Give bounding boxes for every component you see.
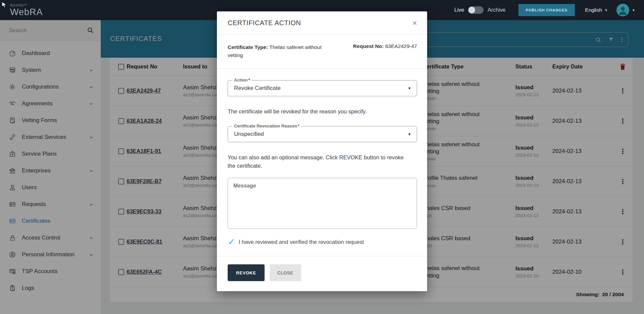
revocation-reason-label: Certificate Revocation Reason* [232, 123, 301, 128]
toggle-knob [468, 7, 475, 13]
action-helper-text: The certificate will be revoked for the … [228, 107, 417, 116]
brand-logo: Ascertia™ WebRA [10, 4, 43, 17]
certificate-action-modal: CERTIFICATE ACTION × Certificate Type: T… [217, 11, 427, 291]
brand-webra: WebRA [10, 8, 43, 17]
action-select-value: Revoke Certificate [234, 85, 281, 92]
chevron-down-icon: ▼ [604, 8, 608, 12]
publish-changes-button[interactable]: PUBLISH CHANGES [518, 4, 575, 16]
language-dropdown[interactable]: English ▼ [585, 7, 608, 13]
certificate-type-label: Certificate Type: [228, 44, 268, 50]
live-archive-toggle[interactable] [468, 6, 484, 14]
avatar [616, 4, 629, 16]
revocation-reason-select[interactable]: Certificate Revocation Reason* Unspecifi… [228, 126, 417, 142]
confirm-checkbox[interactable]: ✓ I have reviewed and verified the revoc… [228, 239, 417, 245]
certificate-type-info: Certificate Type: Thelas safenet without… [228, 43, 328, 59]
chevron-down-icon: ▼ [632, 8, 635, 12]
chevron-down-icon: ▼ [408, 132, 411, 136]
action-select[interactable]: Action* Revoke Certificate ▼ [228, 80, 417, 96]
user-menu[interactable]: ▼ [616, 4, 635, 16]
message-helper-text: You can also add an optional message. Cl… [228, 153, 406, 170]
close-button[interactable]: CLOSE [270, 264, 301, 281]
close-icon[interactable]: × [412, 19, 417, 27]
request-no-info: Request No: 63EA2429-47 [353, 43, 417, 59]
modal-info-row: Certificate Type: Thelas safenet without… [217, 35, 427, 69]
live-label: Live [454, 7, 464, 13]
action-select-label: Action* [232, 77, 252, 83]
chevron-down-icon: ▼ [408, 86, 411, 90]
request-no-value: 63EA2429-47 [385, 43, 417, 49]
required-asterisk: * [298, 123, 300, 128]
language-label: English [585, 7, 602, 13]
revocation-reason-value: Unspecified [234, 131, 264, 138]
revoke-button[interactable]: REVOKE [228, 264, 265, 281]
confirm-checkbox-label: I have reviewed and verified the revocat… [239, 239, 364, 245]
required-asterisk: * [248, 77, 250, 83]
archive-label: Archive [488, 7, 505, 13]
request-no-label: Request No: [353, 43, 384, 49]
message-textarea[interactable] [228, 178, 417, 229]
modal-footer: REVOKE CLOSE [217, 256, 427, 291]
checkmark-icon: ✓ [228, 239, 235, 245]
brand-ascertia: Ascertia™ [10, 4, 43, 7]
modal-title: CERTIFICATE ACTION [228, 19, 301, 27]
modal-header: CERTIFICATE ACTION × [217, 11, 427, 35]
